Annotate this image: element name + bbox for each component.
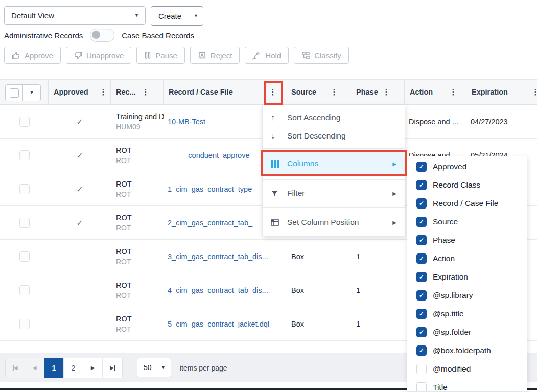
checkbox-icon[interactable]: ✓ [416,235,427,245]
checkbox-icon[interactable]: ✓ [416,253,427,264]
submenu-item-sp-title[interactable]: ✓@sp.title [407,305,527,323]
row-checkbox[interactable] [19,251,30,262]
view-selector-dropdown[interactable]: Default View ▼ [4,6,146,25]
chevron-down-icon: ▼ [194,14,198,18]
menu-item-sort-ascending[interactable]: ↑ Sort Ascending [263,108,405,127]
submenu-item-modified[interactable]: @modified [407,360,527,378]
last-page-button[interactable]: ▶ [103,358,122,378]
select-all-dropdown[interactable]: ▼ [22,85,40,101]
unapprove-button[interactable]: Unapprove [66,47,131,64]
source-cell: Box [286,307,351,341]
submenu-item-approved[interactable]: ✓Approved [407,157,527,176]
approved-checkmark: ✓ [49,105,111,139]
columns-submenu: ✓Approved ✓Record Class ✓Record / Case F… [407,156,527,392]
approve-button[interactable]: Approve [4,47,61,64]
menu-item-set-column-position[interactable]: Set Column Position ▶ [263,212,405,233]
submenu-item-expiration[interactable]: ✓Expiration [407,268,527,286]
expiration-cell: 04/27/2023 [466,105,537,139]
create-button[interactable]: Create [151,7,189,25]
select-all-widget[interactable]: ▼ [5,84,41,101]
select-all-header-cell: ▼ [0,80,49,104]
row-checkbox[interactable] [19,117,30,127]
menu-item-sort-descending[interactable]: ↓ Sort Descending [263,127,405,145]
submenu-item-sp-folder[interactable]: ✓@sp.folder [407,323,527,341]
submenu-item-record-class[interactable]: ✓Record Class [407,176,527,194]
next-page-button[interactable]: ▶ [83,358,103,378]
submenu-item-box-folderpath[interactable]: ✓@box.folderpath [407,341,527,360]
column-header-phase[interactable]: Phase [351,80,405,104]
create-dropdown-arrow[interactable]: ▼ [189,7,203,25]
classify-button[interactable]: Classify [294,47,349,64]
row-checkbox[interactable] [19,285,30,295]
checkbox-icon[interactable] [416,382,427,392]
page-size-value: 50 [144,363,152,372]
expiration-column-menu-icon[interactable]: ⋮ [530,86,537,98]
column-header-expiration[interactable]: Expiration [466,80,537,104]
page-size-dropdown[interactable]: 50 ▼ [137,358,171,377]
checkbox-icon[interactable]: ✓ [416,162,427,172]
record-class-cell: ROTROT [111,273,164,307]
submenu-item-sp-library[interactable]: ✓@sp.library [407,286,527,305]
approved-checkmark: ✓ [49,206,111,240]
menu-item-columns[interactable]: Columns ▶ [263,152,405,175]
action-column-menu-icon[interactable]: ⋮ [448,86,459,98]
submenu-item-title[interactable]: Title [407,378,527,392]
checkbox-icon[interactable]: ✓ [416,180,427,190]
record-file-link[interactable]: 1_cim_gas_contract_type [168,185,252,193]
phase-cell: 1 [351,240,405,273]
grid-header: ▼ Approved Rec... Record / Case File Sou… [0,79,537,105]
checkbox-icon[interactable]: ✓ [416,309,427,319]
first-page-button[interactable]: ◀ [6,358,25,378]
source-column-menu-icon[interactable]: ⋮ [329,86,340,98]
previous-page-button[interactable]: ◀ [25,358,44,378]
pause-label: Pause [155,51,177,60]
row-checkbox[interactable] [19,150,30,160]
record-class-cell: ROTROT [111,307,164,341]
submenu-item-action[interactable]: ✓Action [407,249,527,268]
checkbox-icon[interactable]: ✓ [416,198,427,209]
phase-column-menu-icon[interactable]: ⋮ [381,86,392,98]
record-case-file-column-menu-icon[interactable]: ⋮ [267,86,278,98]
gavel-icon [252,51,261,60]
submenu-item-record-case-file[interactable]: ✓Record / Case File [407,194,527,213]
menu-separator [263,179,405,180]
record-file-link[interactable]: 10-MB-Test [168,118,205,126]
checkbox-icon[interactable]: ✓ [416,327,427,337]
page-1-button[interactable]: 1 [44,358,64,378]
hold-label: Hold [265,51,281,60]
record-file-link[interactable]: 3_cim_gas_contract_tab_dis... [168,252,268,261]
column-header-source[interactable]: Source [286,80,351,104]
checkbox-icon [10,88,19,98]
page-2-button[interactable]: 2 [64,358,83,378]
phase-cell: 1 [351,273,405,307]
pause-button[interactable]: Pause [136,47,185,64]
record-class-column-menu-icon[interactable]: ⋮ [140,86,151,98]
set-column-position-icon [271,219,282,226]
checkbox-icon[interactable]: ✓ [416,345,427,356]
previous-page-icon: ◀ [33,365,37,371]
hold-button[interactable]: Hold [245,47,289,64]
checkbox-icon[interactable]: ✓ [416,290,427,301]
classify-label: Classify [314,51,341,60]
submenu-item-phase[interactable]: ✓Phase [407,231,527,249]
row-checkbox[interactable] [19,184,30,194]
column-header-record-class[interactable]: Rec... [111,80,164,104]
record-file-link[interactable]: 4_cim_gas_contract_tab_dis... [168,286,268,294]
record-file-link[interactable]: 5_cim_gas_contract_jacket.dql [168,320,269,328]
checkbox-icon[interactable]: ✓ [416,272,427,282]
reject-button[interactable]: Reject [190,47,240,64]
checkbox-icon[interactable]: ✓ [416,217,427,227]
menu-item-filter[interactable]: Filter ▶ [263,183,405,203]
checkbox-icon[interactable] [416,364,427,374]
row-checkbox[interactable] [19,218,30,228]
approved-column-menu-icon[interactable]: ⋮ [98,86,109,98]
submenu-item-source[interactable]: ✓Source [407,213,527,231]
create-split-button[interactable]: Create ▼ [151,6,203,26]
phase-cell: 1 [351,307,405,341]
row-checkbox[interactable] [19,319,30,329]
pause-icon [144,51,151,59]
select-all-checkbox[interactable] [6,85,22,101]
record-file-link[interactable]: _____conduent_approve [168,151,249,159]
record-type-toggle[interactable] [90,29,114,42]
record-file-link[interactable]: 2_cim_gas_contract_tab_ [168,219,252,227]
